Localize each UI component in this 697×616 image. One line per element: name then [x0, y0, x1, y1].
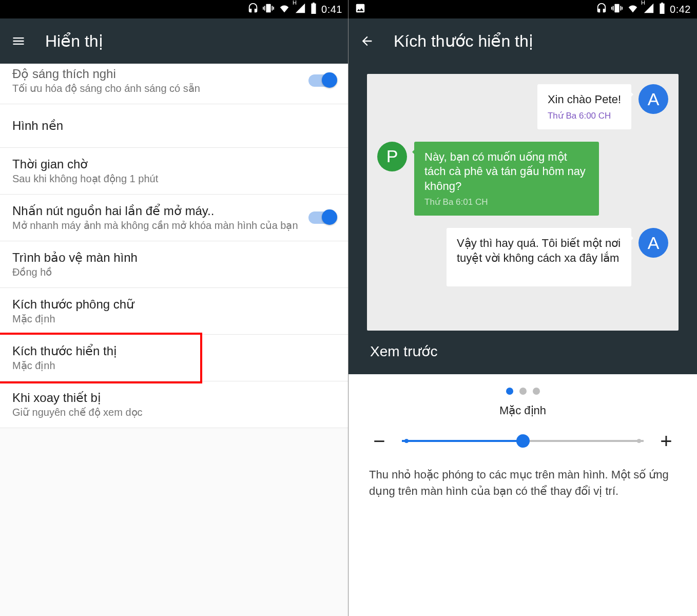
clock-text: 0:41	[321, 4, 342, 15]
battery-icon	[310, 3, 317, 16]
clock-text: 0:42	[670, 4, 691, 15]
dot-2[interactable]	[519, 388, 527, 395]
row-sleep[interactable]: Thời gian chờ Sau khi không hoạt động 1 …	[0, 148, 348, 195]
dot-3[interactable]	[533, 388, 540, 395]
page-indicator[interactable]	[369, 388, 676, 395]
size-slider[interactable]	[402, 436, 644, 446]
row-font-size[interactable]: Kích thước phông chữ Mặc định	[0, 288, 348, 335]
toggle-power-double-tap[interactable]	[308, 211, 336, 224]
headphones-icon	[596, 3, 607, 16]
vibrate-icon	[263, 3, 274, 16]
signal-icon: H	[643, 3, 654, 16]
row-power-double-tap[interactable]: Nhấn nút nguồn hai lần để mở máy.. Mở nh…	[0, 195, 348, 241]
page-title: Hiển thị	[45, 31, 103, 51]
preview-chat[interactable]: Xin chào Pete! Thứ Ba 6:00 CH A P Này, b…	[367, 74, 679, 331]
app-bar: Hiển thị	[0, 18, 348, 64]
wifi-icon	[278, 3, 291, 16]
row-rotate[interactable]: Khi xoay thiết bị Giữ nguyên chế độ xem …	[0, 381, 348, 428]
avatar: A	[638, 84, 668, 114]
preview-label: Xem trước	[348, 331, 697, 374]
increase-button[interactable]: +	[656, 431, 676, 451]
row-adaptive-brightness[interactable]: Độ sáng thích nghi Tối ưu hóa độ sáng ch…	[0, 64, 348, 104]
display-size-body: Xin chào Pete! Thứ Ba 6:00 CH A P Này, b…	[348, 64, 697, 616]
status-bar: H 0:42	[348, 0, 697, 18]
controls-section: Mặc định − + Thu nhỏ hoặc phóng to các m…	[348, 374, 697, 510]
menu-icon[interactable]	[10, 33, 27, 49]
toggle-adaptive-brightness[interactable]	[308, 74, 336, 87]
chat-message: P Này, bạn có muốn uống một tách cà phê …	[377, 142, 668, 216]
signal-icon: H	[295, 3, 306, 16]
app-bar: Kích thước hiển thị	[348, 18, 697, 64]
row-display-size[interactable]: Kích thước hiển thị Mặc định	[0, 335, 348, 381]
chat-message: Vậy thì hay quá. Tôi biết một nơi tuyệt …	[377, 228, 668, 286]
vibrate-icon	[611, 3, 623, 16]
picture-icon	[355, 3, 366, 16]
avatar: A	[638, 228, 668, 258]
avatar: P	[377, 142, 407, 171]
chat-message: Xin chào Pete! Thứ Ba 6:00 CH A	[377, 84, 668, 129]
dot-1[interactable]	[506, 388, 513, 395]
row-screensaver[interactable]: Trình bảo vệ màn hình Đồng hồ	[0, 241, 348, 288]
current-size-label: Mặc định	[369, 404, 676, 417]
wifi-icon	[627, 3, 639, 16]
description-text: Thu nhỏ hoặc phóng to các mục trên màn h…	[369, 467, 676, 499]
phone-left: H 0:41 Hiển thị Độ sáng thích nghi Tối ư…	[0, 0, 348, 616]
row-wallpaper[interactable]: Hình nền	[0, 104, 348, 148]
phone-right: H 0:42 Kích thước hiển thị Xin chào Pete…	[348, 0, 697, 616]
page-title: Kích thước hiển thị	[394, 31, 533, 51]
settings-list[interactable]: Độ sáng thích nghi Tối ưu hóa độ sáng ch…	[0, 64, 348, 616]
headphones-icon	[247, 3, 259, 16]
preview-section: Xin chào Pete! Thứ Ba 6:00 CH A P Này, b…	[348, 64, 697, 374]
status-bar: H 0:41	[0, 0, 348, 18]
decrease-button[interactable]: −	[369, 431, 390, 451]
battery-icon	[659, 3, 666, 16]
back-icon[interactable]	[359, 33, 375, 49]
